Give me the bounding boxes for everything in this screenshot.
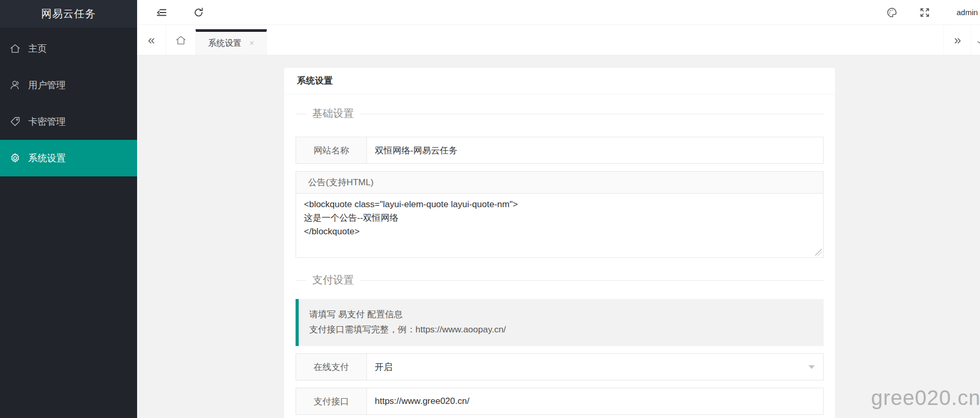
theme-palette-icon[interactable] xyxy=(886,7,898,18)
pay-hint-line2: 支付接口需填写完整，例：https://www.aoopay.cn/ xyxy=(309,322,813,337)
fullscreen-icon[interactable] xyxy=(919,7,930,18)
notice-textarea[interactable]: <blockquote class="layui-elem-quote layu… xyxy=(296,194,824,258)
notice-group: 公告(支持HTML) <blockquote class="layui-elem… xyxy=(296,171,824,258)
sidebar-item-users[interactable]: 用户管理 xyxy=(0,67,137,103)
page-title: 系统设置 xyxy=(284,68,835,94)
notice-label: 公告(支持HTML) xyxy=(296,171,824,194)
site-name-input[interactable] xyxy=(367,137,823,163)
sidebar-menu: 主页 用户管理 卡密管理 xyxy=(0,30,137,176)
refresh-icon[interactable] xyxy=(193,7,204,18)
site-name-label: 网站名称 xyxy=(296,137,367,163)
sidebar-item-label: 卡密管理 xyxy=(28,115,66,128)
online-pay-row: 在线支付 开启 xyxy=(296,353,824,380)
tabs-scroll-left-button[interactable]: « xyxy=(137,25,166,55)
app-title: 网易云任务 xyxy=(41,7,96,21)
gear-icon xyxy=(9,152,21,164)
section-basic-settings: 基础设置 xyxy=(296,114,824,114)
close-icon[interactable]: × xyxy=(249,39,254,47)
home-icon xyxy=(9,43,21,54)
select-caret-icon xyxy=(808,365,815,369)
section-title: 支付设置 xyxy=(306,273,360,287)
sidebar-header: 网易云任务 xyxy=(0,0,137,28)
section-title: 基础设置 xyxy=(306,106,360,121)
sidebar-item-label: 用户管理 xyxy=(28,79,66,91)
sidebar-item-label: 系统设置 xyxy=(28,152,66,164)
site-watermark: gree020.cn xyxy=(871,386,980,410)
tab-home[interactable] xyxy=(166,25,196,55)
user-icon xyxy=(9,79,21,91)
sidebar-item-home[interactable]: 主页 xyxy=(0,30,137,67)
pay-hint-quote: 请填写 易支付 配置信息 支付接口需填写完整，例：https://www.aoo… xyxy=(296,299,824,346)
username-menu[interactable]: admin xyxy=(957,0,978,25)
site-name-row: 网站名称 xyxy=(296,137,824,164)
section-pay-settings: 支付设置 xyxy=(296,280,824,281)
pay-api-input[interactable] xyxy=(367,388,823,414)
tabs-scroll-right-button[interactable]: » xyxy=(944,25,971,55)
tab-settings[interactable]: 系统设置 × xyxy=(195,29,267,55)
tabs-more-button[interactable]: ⌄ xyxy=(971,25,980,55)
sidebar-item-label: 主页 xyxy=(28,42,47,55)
settings-form: 基础设置 网站名称 公告(支持HTML) <blockquote class="… xyxy=(284,94,835,418)
pay-hint-line1: 请填写 易支付 配置信息 xyxy=(309,307,813,322)
settings-card: 系统设置 基础设置 网站名称 公告(支持HTML) <blockquote cl… xyxy=(284,68,835,418)
tab-label: 系统设置 xyxy=(208,38,241,49)
sidebar-item-settings[interactable]: 系统设置 xyxy=(0,140,137,176)
online-pay-select[interactable]: 开启 xyxy=(367,354,823,380)
sidebar: 网易云任务 主页 用户管理 卡密管理 xyxy=(0,0,137,418)
online-pay-label: 在线支付 xyxy=(296,354,367,380)
chevron-down-icon: ⌄ xyxy=(975,34,980,46)
home-icon xyxy=(175,34,187,46)
pay-api-row: 支付接口 xyxy=(296,388,824,415)
pay-api-label: 支付接口 xyxy=(296,388,367,414)
collapse-sidebar-icon[interactable] xyxy=(156,7,167,18)
topbar: admin xyxy=(137,0,980,25)
tag-icon xyxy=(9,116,21,127)
tabbar: « 系统设置 × » ⌄ xyxy=(137,25,980,55)
online-pay-selected-value: 开启 xyxy=(375,361,393,373)
sidebar-item-cards[interactable]: 卡密管理 xyxy=(0,103,137,140)
